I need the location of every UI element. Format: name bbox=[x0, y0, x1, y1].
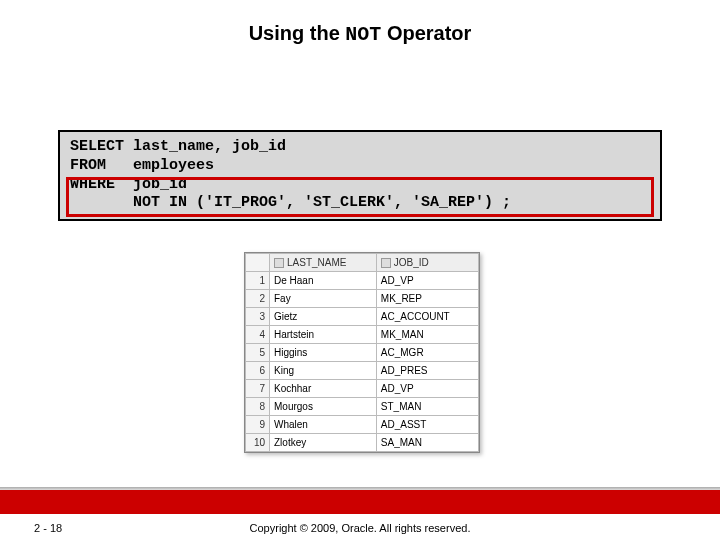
title-pre: Using the bbox=[249, 22, 346, 44]
title-post: Operator bbox=[381, 22, 471, 44]
table-row: 1De HaanAD_VP bbox=[246, 272, 479, 290]
cell-job-id: ST_MAN bbox=[376, 398, 478, 416]
table-row: 8MourgosST_MAN bbox=[246, 398, 479, 416]
cell-last-name: Higgins bbox=[270, 344, 377, 362]
row-number: 7 bbox=[246, 380, 270, 398]
oracle-logo: ORACLE bbox=[635, 470, 700, 486]
cell-last-name: Mourgos bbox=[270, 398, 377, 416]
row-number: 5 bbox=[246, 344, 270, 362]
cell-job-id: AD_PRES bbox=[376, 362, 478, 380]
cell-job-id: AD_VP bbox=[376, 380, 478, 398]
cell-last-name: Kochhar bbox=[270, 380, 377, 398]
table-row: 4HartsteinMK_MAN bbox=[246, 326, 479, 344]
row-number: 9 bbox=[246, 416, 270, 434]
row-number: 10 bbox=[246, 434, 270, 452]
row-number: 6 bbox=[246, 362, 270, 380]
cell-job-id: AC_MGR bbox=[376, 344, 478, 362]
cell-job-id: MK_MAN bbox=[376, 326, 478, 344]
cell-last-name: De Haan bbox=[270, 272, 377, 290]
cell-last-name: Gietz bbox=[270, 308, 377, 326]
row-number: 2 bbox=[246, 290, 270, 308]
column-icon bbox=[274, 258, 284, 268]
cell-last-name: Hartstein bbox=[270, 326, 377, 344]
table-row: 2FayMK_REP bbox=[246, 290, 479, 308]
row-number: 1 bbox=[246, 272, 270, 290]
table-row: 3GietzAC_ACCOUNT bbox=[246, 308, 479, 326]
table-row: 5HigginsAC_MGR bbox=[246, 344, 479, 362]
cell-job-id: AD_VP bbox=[376, 272, 478, 290]
row-number: 4 bbox=[246, 326, 270, 344]
cell-job-id: AD_ASST bbox=[376, 416, 478, 434]
cell-last-name: Zlotkey bbox=[270, 434, 377, 452]
column-icon bbox=[381, 258, 391, 268]
column-header: LAST_NAME bbox=[270, 254, 377, 272]
table-row: 6KingAD_PRES bbox=[246, 362, 479, 380]
table-row: 9WhalenAD_ASST bbox=[246, 416, 479, 434]
column-header: JOB_ID bbox=[376, 254, 478, 272]
table-row: 10ZlotkeySA_MAN bbox=[246, 434, 479, 452]
row-number: 8 bbox=[246, 398, 270, 416]
cell-last-name: King bbox=[270, 362, 377, 380]
cell-last-name: Fay bbox=[270, 290, 377, 308]
cell-job-id: MK_REP bbox=[376, 290, 478, 308]
slide-title: Using the NOT Operator bbox=[0, 0, 720, 46]
sql-code-block: SELECT last_name, job_id FROM employees … bbox=[58, 130, 662, 221]
title-mono: NOT bbox=[345, 23, 381, 46]
row-number: 3 bbox=[246, 308, 270, 326]
table-header-row: LAST_NAME JOB_ID bbox=[246, 254, 479, 272]
results-grid: LAST_NAME JOB_ID 1De HaanAD_VP2FayMK_REP… bbox=[244, 252, 480, 453]
footer-bar: ORACLE bbox=[0, 490, 720, 514]
column-header-label: JOB_ID bbox=[394, 257, 429, 268]
row-number-header bbox=[246, 254, 270, 272]
table-row: 7KochharAD_VP bbox=[246, 380, 479, 398]
copyright-text: Copyright © 2009, Oracle. All rights res… bbox=[0, 522, 720, 534]
cell-job-id: SA_MAN bbox=[376, 434, 478, 452]
cell-last-name: Whalen bbox=[270, 416, 377, 434]
cell-job-id: AC_ACCOUNT bbox=[376, 308, 478, 326]
column-header-label: LAST_NAME bbox=[287, 257, 346, 268]
